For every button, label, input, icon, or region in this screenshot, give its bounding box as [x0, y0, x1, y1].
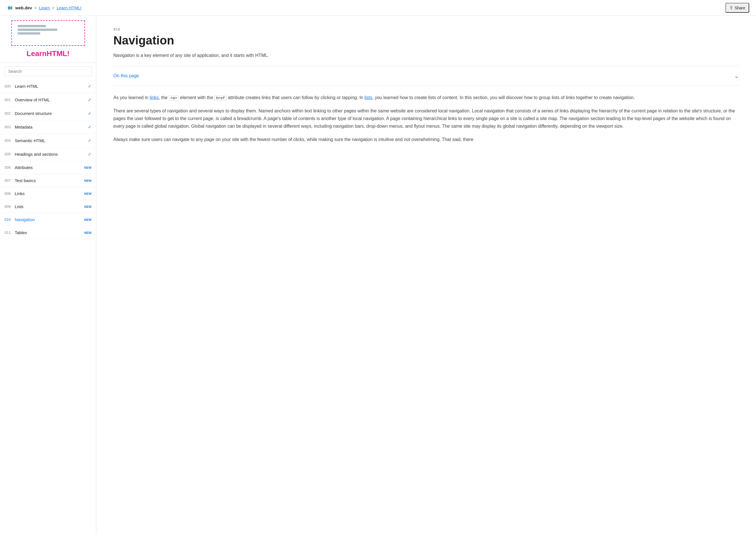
nav-num-009: 009	[5, 204, 15, 209]
nav-num-008: 008	[5, 191, 15, 196]
preview-line-3	[17, 32, 40, 35]
lesson-number: 010	[113, 27, 739, 32]
content-para-1: As you learned in links, the <a> element…	[113, 94, 739, 101]
nav-label-006: Attributes	[15, 165, 82, 170]
lesson-subtitle: Navigation is a key element of any site …	[113, 52, 739, 59]
nav-label-003: Metadata	[15, 125, 86, 129]
nav-badge-010: NEW	[84, 218, 92, 221]
nav-check-004: ✓	[88, 138, 92, 143]
para1-mid1: , the	[159, 95, 169, 100]
nav-num-011: 011	[5, 230, 15, 235]
breadcrumb: web.dev > Learn > Learn HTML!	[7, 5, 81, 11]
sidebar-item-002[interactable]: 002Document structure✓	[0, 107, 96, 120]
para1-code-a: <a>	[169, 95, 179, 101]
lesson-title: Navigation	[113, 34, 739, 47]
site-name: web.dev	[15, 5, 32, 10]
nav-num-000: 000	[5, 84, 15, 88]
nav-label-009: Lists	[15, 204, 82, 209]
nav-label-005: Headings and sections	[15, 152, 86, 157]
nav-check-001: ✓	[88, 97, 92, 103]
breadcrumb-sep-1: >	[34, 6, 37, 10]
share-icon: ⇧	[729, 5, 733, 11]
sidebar-item-007[interactable]: 007Text basicsNEW	[0, 174, 96, 187]
sidebar-title-colored: HTML!	[46, 49, 69, 58]
on-this-page-toggle[interactable]: On this page ⌄	[113, 68, 739, 83]
site-logo[interactable]: web.dev	[7, 5, 32, 11]
para1-code-href: href	[214, 95, 227, 101]
chevron-down-icon: ⌄	[734, 72, 739, 79]
sidebar-item-009[interactable]: 009ListsNEW	[0, 200, 96, 213]
preview-lines	[17, 25, 57, 36]
share-button[interactable]: ⇧ Share	[725, 3, 749, 13]
svg-marker-1	[10, 6, 13, 10]
sidebar-title-plain: Learn	[27, 49, 47, 58]
nav-num-006: 006	[5, 165, 15, 169]
nav-check-002: ✓	[88, 111, 92, 116]
search-area	[0, 63, 96, 80]
sidebar-item-000[interactable]: 000Learn HTML✓	[0, 80, 96, 93]
sidebar-logo-area: LearnHTML!	[0, 16, 96, 63]
nav-num-002: 002	[5, 111, 15, 115]
content-body: As you learned in links, the <a> element…	[113, 94, 739, 143]
sidebar-preview-illustration	[11, 20, 85, 46]
sidebar-item-011[interactable]: 011TablesNEW	[0, 226, 96, 239]
nav-label-000: Learn HTML	[15, 84, 86, 89]
nav-label-011: Tables	[15, 230, 82, 235]
sidebar-item-006[interactable]: 006AttributesNEW	[0, 161, 96, 174]
breadcrumb-sep-2: >	[52, 6, 54, 10]
nav-num-004: 004	[5, 139, 15, 143]
nav-num-003: 003	[5, 125, 15, 129]
sidebar-nav-list: 000Learn HTML✓001Overview of HTML✓002Doc…	[0, 80, 96, 534]
on-this-page-label: On this page	[113, 73, 139, 78]
nav-label-007: Text basics	[15, 178, 82, 183]
nav-badge-009: NEW	[84, 205, 92, 208]
nav-check-003: ✓	[88, 124, 92, 130]
nav-badge-008: NEW	[84, 192, 92, 195]
divider-bottom	[113, 86, 739, 86]
nav-num-010: 010	[5, 217, 15, 222]
nav-num-001: 001	[5, 98, 15, 102]
sidebar-item-008[interactable]: 008LinksNEW	[0, 187, 96, 200]
sidebar-item-001[interactable]: 001Overview of HTML✓	[0, 93, 96, 107]
top-navigation: web.dev > Learn > Learn HTML! ⇧ Share	[0, 0, 756, 16]
main-layout: LearnHTML! 000Learn HTML✓001Overview of …	[0, 16, 756, 534]
para1-mid2: element with the	[179, 95, 214, 100]
content-para-3: Always make sure users can navigate to a…	[113, 136, 739, 143]
nav-badge-006: NEW	[84, 166, 92, 169]
preview-line-1	[17, 25, 46, 27]
webdev-logo-icon	[7, 5, 14, 11]
sidebar-item-004[interactable]: 004Semantic HTML✓	[0, 134, 96, 147]
sidebar-item-003[interactable]: 003Metadata✓	[0, 120, 96, 134]
share-label: Share	[735, 6, 745, 10]
para1-link-links[interactable]: links	[149, 95, 159, 100]
breadcrumb-current[interactable]: Learn HTML!	[57, 5, 82, 10]
nav-badge-007: NEW	[84, 179, 92, 182]
nav-num-007: 007	[5, 178, 15, 183]
content-area: 010 Navigation Navigation is a key eleme…	[96, 16, 756, 534]
nav-badge-011: NEW	[84, 231, 92, 235]
search-input[interactable]	[5, 66, 92, 76]
sidebar-title: LearnHTML!	[27, 49, 70, 58]
para1-mid3: attribute creates links that users can f…	[227, 95, 364, 100]
sidebar: LearnHTML! 000Learn HTML✓001Overview of …	[0, 16, 96, 534]
breadcrumb-learn[interactable]: Learn	[39, 5, 50, 10]
search-input-wrap	[5, 66, 92, 76]
nav-check-000: ✓	[88, 84, 92, 89]
nav-label-002: Document structure	[15, 111, 86, 116]
para1-mid4: , you learned how to create lists of con…	[372, 95, 635, 100]
nav-check-005: ✓	[88, 151, 92, 157]
nav-label-004: Semantic HTML	[15, 138, 86, 143]
sidebar-item-010[interactable]: 010NavigationNEW	[0, 213, 96, 226]
para1-prefix: As you learned in	[113, 95, 149, 100]
nav-num-005: 005	[5, 152, 15, 156]
content-para-2: There are several types of navigation an…	[113, 107, 739, 130]
nav-label-008: Links	[15, 191, 82, 196]
nav-label-010: Navigation	[15, 217, 82, 222]
nav-label-001: Overview of HTML	[15, 97, 86, 102]
para1-link-lists[interactable]: lists	[364, 95, 372, 100]
sidebar-item-005[interactable]: 005Headings and sections✓	[0, 147, 96, 161]
preview-line-2	[17, 29, 57, 31]
